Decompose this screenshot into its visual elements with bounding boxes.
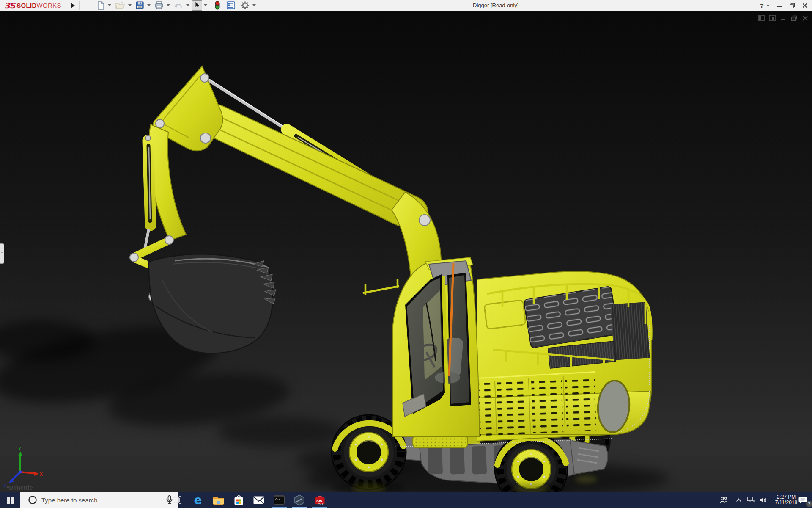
options-button[interactable]: [239, 0, 251, 11]
dropdown-caret[interactable]: [128, 4, 132, 6]
mail-icon: [253, 496, 264, 504]
edrawings-hexagon-icon: [294, 494, 305, 506]
edge-icon: e: [194, 493, 202, 507]
graphics-viewport[interactable]: Y X Z *Dimetric: [0, 11, 812, 492]
svg-text:Z: Z: [3, 483, 6, 488]
network-icon: [747, 497, 755, 503]
save-button[interactable]: [134, 0, 145, 11]
window-title: Digger [Read-only]: [473, 0, 518, 11]
solidworks-app-window: ЗS SOLIDWORKS: [0, 0, 812, 508]
people-button[interactable]: [716, 492, 731, 508]
dropdown-caret[interactable]: [186, 4, 189, 6]
new-document-button[interactable]: [95, 0, 106, 11]
speaker-icon: [760, 497, 767, 503]
linkage-bar: [134, 240, 169, 257]
orientation-triad: Y X Z: [3, 447, 43, 488]
window-controls: ?: [759, 0, 809, 11]
start-button[interactable]: [0, 492, 20, 508]
settings-gear-icon: [241, 1, 249, 9]
dropdown-caret[interactable]: [204, 4, 207, 6]
notification-badge: 2: [806, 501, 812, 507]
tray-date: 7/11/2018: [775, 500, 798, 505]
dropdown-caret[interactable]: [108, 4, 111, 6]
taskbar-mail-button[interactable]: [249, 492, 269, 508]
undo-arrow-icon: [174, 2, 183, 9]
dassault-logo-icon: ЗS: [4, 1, 15, 10]
boom-pivot-pin: [419, 215, 430, 226]
windows-taskbar: e: [0, 492, 812, 508]
quick-access-toolbar: [95, 0, 258, 11]
app-titlebar: ЗS SOLIDWORKS: [0, 0, 812, 11]
save-floppy-icon: [136, 1, 144, 9]
microsoft-store-icon: [234, 494, 244, 505]
chevron-up-icon: [736, 498, 741, 502]
hidden-icons-button[interactable]: [732, 492, 744, 508]
file-explorer-icon: [213, 495, 224, 505]
close-button[interactable]: [800, 1, 809, 10]
minimize-icon: [777, 3, 782, 8]
performance-evaluation-button[interactable]: [213, 0, 222, 11]
search-input[interactable]: [41, 497, 166, 504]
action-center-icon: [798, 497, 807, 504]
restore-button[interactable]: [787, 1, 797, 10]
action-center-button[interactable]: 2: [795, 492, 810, 508]
brand-text-works: WORKS: [37, 2, 61, 9]
dropdown-caret[interactable]: [252, 4, 256, 6]
windows-logo-icon: [7, 497, 14, 504]
dropdown-caret[interactable]: [167, 4, 170, 6]
task-view-button[interactable]: [167, 492, 186, 508]
svg-text:C:\_: C:\_: [275, 498, 282, 501]
brand-text-solid: SOLID: [16, 2, 36, 9]
open-folder-icon: [115, 2, 125, 9]
open-document-button[interactable]: [114, 0, 126, 11]
traffic-light-icon: [215, 1, 220, 10]
restore-icon: [790, 3, 795, 8]
volume-button[interactable]: [757, 492, 770, 508]
taskbar-search[interactable]: [20, 492, 178, 508]
people-icon: [720, 497, 728, 503]
taskbar-cmd-button[interactable]: C:\_: [269, 492, 289, 508]
cortana-icon: [28, 495, 37, 505]
print-button[interactable]: [153, 0, 165, 11]
select-cursor-icon: [194, 1, 200, 9]
close-icon: [802, 3, 807, 8]
taskbar-edrawings-button[interactable]: [289, 492, 310, 508]
solidworks-2017-icon: SW 2017: [314, 494, 326, 506]
command-prompt-icon: C:\_: [274, 495, 285, 505]
taskbar-solidworks-button[interactable]: SW 2017: [310, 492, 330, 508]
svg-text:2017: 2017: [318, 502, 324, 505]
svg-text:Y: Y: [18, 447, 21, 451]
solidworks-logo: ЗS SOLIDWORKS: [0, 0, 66, 11]
view-orientation-label: *Dimetric: [7, 484, 33, 491]
svg-text:X: X: [40, 472, 43, 477]
dropdown-caret[interactable]: [147, 4, 151, 6]
taskbar-edge-button[interactable]: e: [188, 492, 208, 508]
property-list-icon: [227, 1, 235, 9]
task-view-icon: [173, 496, 181, 504]
excavator-cab[interactable]: [392, 257, 480, 437]
divider: [67, 1, 67, 10]
svg-text:SW: SW: [316, 498, 323, 502]
divider: [79, 1, 80, 10]
minimize-button[interactable]: [775, 1, 784, 10]
excavator-model-canvas[interactable]: Y X Z: [0, 11, 812, 492]
menu-flyout-button[interactable]: [69, 1, 78, 10]
flyout-arrow-icon: [71, 3, 75, 8]
undo-button[interactable]: [173, 0, 184, 11]
network-button[interactable]: [744, 492, 757, 508]
help-dropdown-caret[interactable]: [766, 5, 770, 7]
taskbar-store-button[interactable]: [228, 492, 249, 508]
help-button[interactable]: ?: [759, 2, 765, 9]
select-tool-button[interactable]: [192, 0, 202, 11]
property-manager-button[interactable]: [225, 0, 237, 11]
taskbar-file-explorer-button[interactable]: [208, 492, 228, 508]
new-document-icon: [97, 1, 104, 10]
print-icon: [155, 1, 163, 9]
